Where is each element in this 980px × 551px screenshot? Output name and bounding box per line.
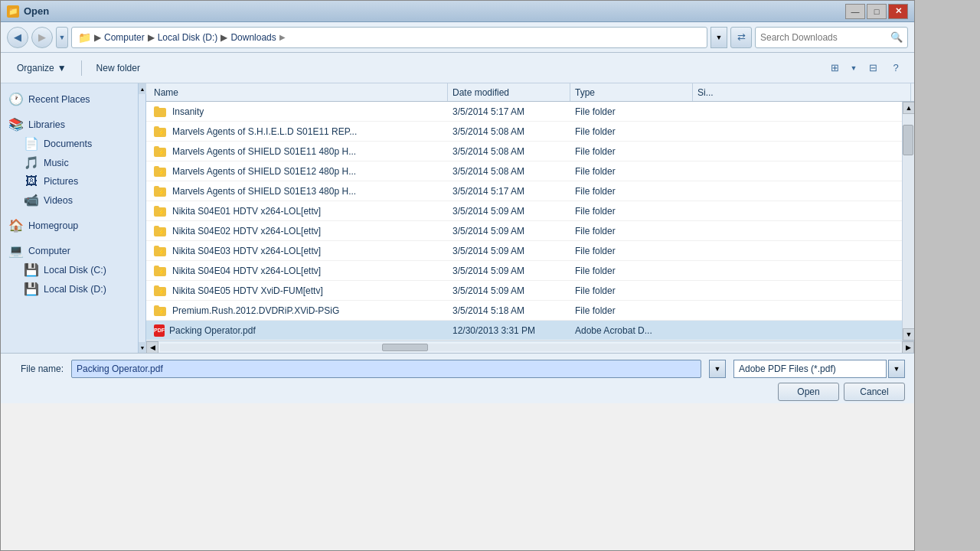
col-header-date[interactable]: Date modified (448, 83, 570, 101)
path-computer[interactable]: Computer (104, 32, 145, 43)
open-button[interactable]: Open (778, 383, 839, 401)
sidebar-label-videos: Videos (44, 195, 132, 206)
sidebar-scrollbar[interactable]: ▲ ▼ (139, 83, 146, 353)
table-row[interactable]: PDF Packing Operator.pdf 12/30/2013 3:31… (146, 321, 902, 341)
videos-icon: 📹 (24, 193, 39, 207)
toolbar-separator (81, 60, 82, 76)
table-row[interactable]: ⚡ Marvels Agents of SHIELD S01E11 480p H… (146, 142, 902, 161)
sidebar-item-local-c[interactable]: 💾 Local Disk (C:) (1, 260, 138, 279)
h-scroll-thumb[interactable] (382, 344, 428, 351)
refresh-button[interactable]: ⇄ (730, 27, 752, 48)
h-scroll-left-button[interactable]: ◀ (146, 341, 158, 354)
address-dropdown-button[interactable]: ▼ (710, 27, 727, 48)
table-row[interactable]: Insanity 3/5/2014 5:17 AM File folder (146, 102, 902, 122)
col-header-name[interactable]: Name (149, 83, 448, 101)
filename-row: File name: ▼ Adobe PDF Files (*.pdf) ▼ (10, 360, 905, 378)
file-type-cell: File folder (570, 226, 693, 236)
search-icon[interactable]: 🔍 (890, 31, 903, 43)
pictures-icon: 🖼 (24, 174, 39, 188)
sidebar-item-libraries[interactable]: 📚 Libraries (1, 115, 138, 134)
file-name: Nikita S04E05 HDTV XviD-FUM[ettv] (172, 285, 323, 296)
sidebar: 🕐 Recent Places 📚 Libraries 📄 Documents … (1, 83, 139, 353)
filename-input[interactable] (71, 360, 701, 378)
homegroup-icon: 🏠 (8, 218, 24, 233)
filetype-dropdown[interactable]: ▼ (888, 360, 905, 378)
back-button[interactable]: ◀ (7, 27, 28, 48)
sidebar-item-homegroup[interactable]: 🏠 Homegroup (1, 216, 138, 235)
horizontal-scrollbar[interactable]: ◀ ▶ (146, 341, 914, 353)
title-bar-left: 📁 Open (7, 5, 49, 18)
h-scroll-right-button[interactable]: ▶ (902, 341, 914, 354)
separator-2: ▶ (148, 32, 155, 43)
path-localdisk[interactable]: Local Disk (D:) (158, 32, 218, 43)
filename-label: File name: (10, 364, 64, 374)
new-folder-button[interactable]: New folder (88, 57, 149, 80)
nav-dropdown[interactable]: ▼ (56, 27, 68, 48)
sidebar-label-music: Music (44, 158, 132, 168)
file-type-cell: File folder (570, 305, 693, 316)
forward-button[interactable]: ▶ (31, 27, 53, 48)
file-date-cell: 3/5/2014 5:17 AM (448, 186, 570, 197)
file-date-cell: 3/5/2014 5:18 AM (448, 305, 570, 316)
scroll-up-button[interactable]: ▲ (903, 102, 914, 114)
address-path[interactable]: 📁 ▶ Computer ▶ Local Disk (D:) ▶ Downloa… (71, 27, 707, 48)
table-row[interactable]: ⚡ Nikita S04E04 HDTV x264-LOL[ettv] 3/5/… (146, 261, 902, 281)
file-date-cell: 3/5/2014 5:08 AM (448, 126, 570, 137)
table-row[interactable]: ⚡ Nikita S04E03 HDTV x264-LOL[ettv] 3/5/… (146, 241, 902, 261)
close-button[interactable]: ✕ (888, 4, 908, 19)
view-icons-area: ⊞ ▼ ⊟ ? (824, 57, 906, 79)
file-type-cell: File folder (570, 166, 693, 177)
maximize-button[interactable]: □ (867, 4, 887, 19)
sidebar-item-local-d[interactable]: 💾 Local Disk (D:) (1, 279, 138, 298)
table-row[interactable]: ⚡ Nikita S04E01 HDTV x264-LOL[ettv] 3/5/… (146, 201, 902, 221)
file-name: Insanity (172, 106, 204, 117)
sidebar-item-recent-places[interactable]: 🕐 Recent Places (1, 90, 138, 109)
sidebar-item-documents[interactable]: 📄 Documents (1, 134, 138, 153)
table-row[interactable]: ⚡ Nikita S04E02 HDTV x264-LOL[ettv] 3/5/… (146, 221, 902, 241)
sidebar-scroll-up[interactable]: ▲ (139, 83, 146, 94)
view-dropdown[interactable]: ▼ (847, 57, 861, 79)
table-row[interactable]: ⚡ Premium.Rush.2012.DVDRiP.XViD-PSiG 3/5… (146, 301, 902, 321)
sidebar-label-recent-places: Recent Places (28, 94, 132, 105)
libraries-icon: 📚 (8, 117, 24, 132)
table-row[interactable]: ⚡ Nikita S04E05 HDTV XviD-FUM[ettv] 3/5/… (146, 281, 902, 301)
minimize-button[interactable]: — (845, 4, 865, 19)
sidebar-item-computer[interactable]: 💻 Computer (1, 241, 138, 260)
preview-pane-button[interactable]: ⊟ (862, 57, 884, 79)
file-list-scrollbar[interactable]: ▲ ▼ (902, 102, 914, 341)
actions-row: Open Cancel (10, 383, 905, 401)
table-row[interactable]: ⚡ Marvels Agents of SHIELD S01E12 480p H… (146, 161, 902, 181)
sidebar-item-pictures[interactable]: 🖼 Pictures (1, 172, 138, 191)
file-name: Nikita S04E02 HDTV x264-LOL[ettv] (172, 226, 321, 236)
file-type-cell: File folder (570, 126, 693, 137)
sidebar-label-local-c: Local Disk (C:) (44, 265, 132, 276)
path-downloads[interactable]: Downloads (230, 32, 276, 43)
col-header-type[interactable]: Type (570, 83, 693, 101)
file-date-cell: 3/5/2014 5:09 AM (448, 226, 570, 236)
sidebar-item-videos[interactable]: 📹 Videos (1, 191, 138, 210)
organize-button[interactable]: Organize ▼ (8, 57, 75, 80)
search-box[interactable]: 🔍 (755, 27, 908, 48)
table-row[interactable]: ⚡ Marvels Agents of S.H.I.E.L.D S01E11 R… (146, 122, 902, 142)
filename-dropdown[interactable]: ▼ (709, 360, 726, 378)
sidebar-label-libraries: Libraries (28, 119, 132, 130)
bottom-form: File name: ▼ Adobe PDF Files (*.pdf) ▼ O… (1, 353, 914, 403)
sidebar-item-music[interactable]: 🎵 Music (1, 153, 138, 172)
file-name: Nikita S04E01 HDTV x264-LOL[ettv] (172, 206, 321, 217)
view-mode-button[interactable]: ⊞ (824, 57, 845, 79)
col-header-size[interactable]: Si... (693, 83, 911, 101)
file-date-cell: 3/5/2014 5:09 AM (448, 206, 570, 217)
folder-icon: 📁 (78, 31, 91, 44)
search-input[interactable] (760, 32, 887, 43)
cancel-button[interactable]: Cancel (844, 383, 905, 401)
scroll-down-button[interactable]: ▼ (903, 328, 914, 341)
file-name-cell: PDF Packing Operator.pdf (149, 324, 448, 337)
sidebar-scroll-down[interactable]: ▼ (139, 342, 146, 353)
scroll-thumb[interactable] (903, 125, 913, 155)
new-folder-label: New folder (96, 63, 140, 73)
help-button[interactable]: ? (885, 57, 906, 79)
table-row[interactable]: ⚡ Marvels Agents of SHIELD S01E13 480p H… (146, 181, 902, 201)
file-list-with-scrollbar: Insanity 3/5/2014 5:17 AM File folder ⚡ … (146, 102, 914, 341)
file-name: Premium.Rush.2012.DVDRiP.XViD-PSiG (172, 305, 339, 316)
local-c-icon: 💾 (24, 262, 39, 277)
